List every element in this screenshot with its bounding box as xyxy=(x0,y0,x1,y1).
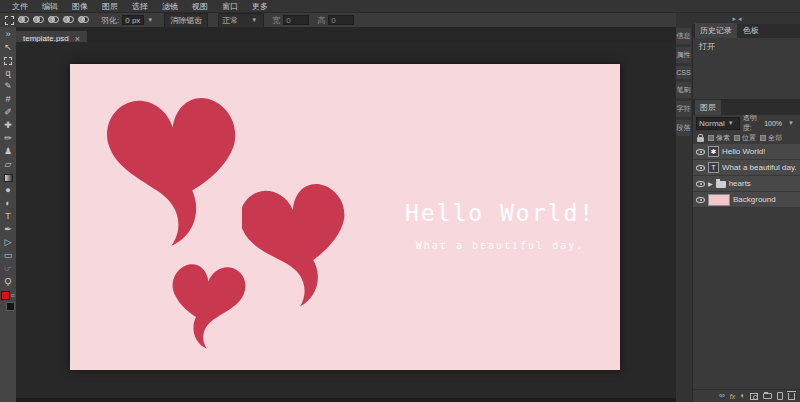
background-thumbnail xyxy=(708,194,730,206)
layer-row-hello-world[interactable]: ✱ Hello World! xyxy=(693,144,800,160)
layer-name: Background xyxy=(733,195,776,204)
background-color-swatch[interactable] xyxy=(6,302,15,311)
width-input[interactable] xyxy=(283,15,309,25)
blend-mode-select[interactable]: Normal ▼ xyxy=(696,117,740,130)
menu-item-more[interactable]: 更多 xyxy=(245,1,275,12)
group-folder-icon xyxy=(716,181,726,188)
zoom-tool-icon[interactable]: Ϙ xyxy=(1,275,15,288)
lock-pixels-label: 像素 xyxy=(716,133,730,143)
heart-medium xyxy=(242,176,354,308)
layer-row-hearts-group[interactable]: ▶ hearts xyxy=(693,176,800,192)
canvas-title-text: Hello World! xyxy=(400,200,600,226)
menu-item-file[interactable]: 文件 xyxy=(5,1,35,12)
lock-all-checkbox[interactable] xyxy=(760,135,766,141)
foreground-color-swatch[interactable] xyxy=(1,291,10,300)
gradient-tool-icon[interactable] xyxy=(1,171,15,184)
visibility-eye-icon[interactable] xyxy=(696,197,705,203)
new-layer-icon[interactable] xyxy=(777,392,783,400)
menu-item-window[interactable]: 窗口 xyxy=(215,1,245,12)
tab-character[interactable]: 字符 xyxy=(676,101,691,117)
eraser-tool-icon[interactable]: ▱ xyxy=(1,158,15,171)
type-tool-icon[interactable]: T xyxy=(1,210,15,223)
layer-mask-icon[interactable] xyxy=(750,393,758,400)
quick-select-tool-icon[interactable]: ✎ xyxy=(1,80,15,93)
canvas[interactable]: Hello World! What a beautiful day. xyxy=(70,64,620,370)
feather-caret-icon[interactable]: ▼ xyxy=(147,17,153,23)
layer-name: hearts xyxy=(729,179,751,188)
path-select-tool-icon[interactable]: ▷ xyxy=(1,236,15,249)
visibility-eye-icon[interactable] xyxy=(696,165,705,171)
new-group-icon[interactable] xyxy=(763,393,772,399)
feather-input[interactable] xyxy=(122,15,144,25)
menu-item-layer[interactable]: 图层 xyxy=(95,1,125,12)
brush-tool-icon[interactable]: ✏ xyxy=(1,132,15,145)
style-select[interactable]: 正常 ▼ xyxy=(218,13,264,28)
antialias-button[interactable]: 消除锯齿 xyxy=(164,13,208,28)
lock-pixels-checkbox[interactable] xyxy=(708,135,714,141)
menu-item-select[interactable]: 选择 xyxy=(125,1,155,12)
crop-tool-icon[interactable]: # xyxy=(1,93,15,106)
menu-item-filter[interactable]: 滤镜 xyxy=(155,1,185,12)
visibility-eye-icon[interactable] xyxy=(696,149,705,155)
lock-position-checkbox[interactable] xyxy=(734,135,740,141)
lock-row: 像素 位置 全部 xyxy=(693,131,800,144)
blend-row: Normal ▼ 透明度: 100% ▼ xyxy=(693,115,800,131)
history-entry-open[interactable]: 打开 xyxy=(693,38,800,55)
opacity-caret-icon[interactable]: ▼ xyxy=(788,120,794,126)
toolbar-collapse-icon[interactable]: » xyxy=(1,28,15,41)
add-selection-icon[interactable] xyxy=(33,15,46,25)
layer-row-background[interactable]: Background xyxy=(693,192,800,208)
menu-item-image[interactable]: 图像 xyxy=(65,1,95,12)
dodge-tool-icon[interactable]: ◐ xyxy=(1,197,15,210)
link-layers-icon[interactable]: ∞ xyxy=(719,392,725,400)
tab-css[interactable]: CSS xyxy=(676,66,691,79)
menu-item-edit[interactable]: 编辑 xyxy=(35,1,65,12)
text-layer-icon: T xyxy=(708,162,719,173)
tab-layers[interactable]: 图层 xyxy=(695,100,721,115)
expand-group-icon[interactable]: ▶ xyxy=(708,180,713,187)
height-label: 高 xyxy=(317,15,325,26)
shape-tool-icon[interactable]: ▭ xyxy=(1,249,15,262)
swap-colors-icon[interactable]: ⇄ xyxy=(11,292,15,298)
delete-layer-icon[interactable] xyxy=(788,393,795,400)
canvas-viewport: Hello World! What a beautiful day. xyxy=(16,42,676,402)
layer-row-subtitle[interactable]: T What a beautiful day. xyxy=(693,160,800,176)
pen-tool-icon[interactable]: ✒ xyxy=(1,223,15,236)
subtract-selection-icon[interactable] xyxy=(48,15,61,25)
opacity-value[interactable]: 100% xyxy=(764,120,782,127)
history-panel: 打开 xyxy=(693,38,800,101)
adjustment-layer-icon[interactable]: ◐ xyxy=(740,392,745,400)
eyedropper-tool-icon[interactable]: ✐ xyxy=(1,106,15,119)
healing-tool-icon[interactable]: ✚ xyxy=(1,119,15,132)
lock-position-label: 位置 xyxy=(742,133,756,143)
marquee-tool-icon[interactable] xyxy=(1,54,15,67)
color-swatches[interactable]: ⇄ xyxy=(1,291,15,311)
intersect-selection-icon[interactable] xyxy=(63,15,76,25)
lock-icon[interactable] xyxy=(697,137,704,142)
tab-swatches[interactable]: 色板 xyxy=(738,23,764,38)
style-select-value: 正常 xyxy=(222,15,238,26)
tab-history[interactable]: 历史记录 xyxy=(695,23,737,38)
feather-label: 羽化: xyxy=(101,15,119,26)
photo-editor-window: 文件 编辑 图像 图层 选择 滤镜 视图 窗口 更多 羽化: ▼ 消除锯齿 正常… xyxy=(0,0,800,402)
new-selection-icon[interactable] xyxy=(18,15,31,25)
visibility-eye-icon[interactable] xyxy=(696,181,705,187)
opacity-label: 透明度: xyxy=(743,113,761,133)
tab-paragraph[interactable]: 段落 xyxy=(676,120,691,136)
hand-tool-icon[interactable]: ☞ xyxy=(1,262,15,275)
height-input[interactable] xyxy=(328,15,354,25)
tab-info[interactable]: 信息 xyxy=(676,28,691,44)
layer-name: Hello World! xyxy=(722,147,765,156)
blur-tool-icon[interactable]: ● xyxy=(1,184,15,197)
layer-effects-icon[interactable]: fx xyxy=(730,393,735,400)
clone-stamp-tool-icon[interactable]: ♟ xyxy=(1,145,15,158)
lasso-tool-icon[interactable]: ɋ xyxy=(1,67,15,80)
tab-properties[interactable]: 属性 xyxy=(676,47,691,63)
blend-caret-icon: ▼ xyxy=(728,120,734,126)
tab-brushes[interactable]: 笔刷 xyxy=(676,82,691,98)
menu-item-view[interactable]: 视图 xyxy=(185,1,215,12)
move-tool-icon[interactable]: ↖ xyxy=(1,41,15,54)
style-caret-icon: ▼ xyxy=(251,17,257,23)
exclude-selection-icon[interactable] xyxy=(78,15,91,25)
smart-text-layer-icon: ✱ xyxy=(708,146,719,157)
